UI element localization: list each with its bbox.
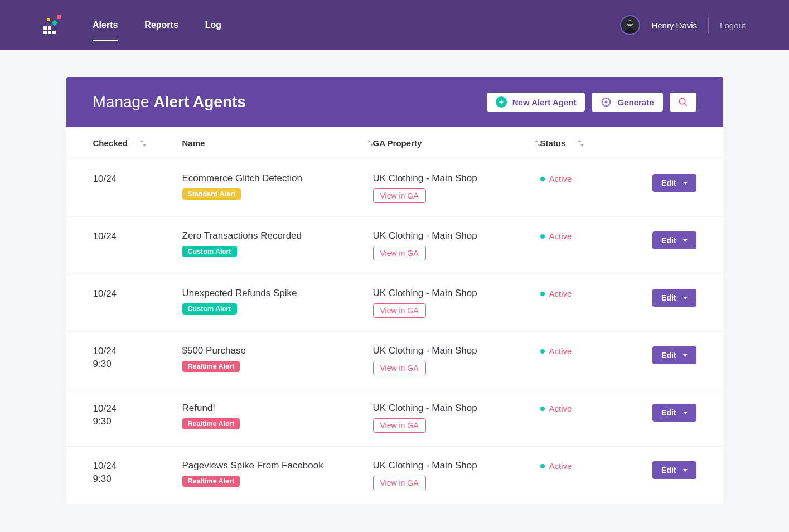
view-in-ga-button[interactable]: View in GA [373, 418, 426, 433]
col-checked[interactable]: Checked [93, 138, 182, 148]
name-cell: Unexpected Refunds SpikeCustom Alert [182, 288, 373, 315]
actions-cell: Edit [630, 460, 696, 479]
actions-cell: Edit [630, 230, 696, 249]
property-cell: UK Clothing - Main ShopView in GA [373, 173, 540, 203]
status-text: Active [549, 289, 572, 298]
nav-alerts[interactable]: Alerts [93, 0, 118, 50]
col-name-label: Name [182, 138, 205, 148]
alert-type-badge: Realtime Alert [182, 476, 240, 487]
edit-button[interactable]: Edit [652, 461, 696, 479]
actions-cell: Edit [630, 345, 696, 364]
svg-point-13 [679, 98, 685, 104]
panel-actions: + New Alert Agent Generate [487, 93, 696, 112]
status-text: Active [549, 174, 572, 183]
col-property[interactable]: GA Property [373, 138, 540, 148]
svg-rect-6 [57, 15, 61, 19]
edit-button[interactable]: Edit [652, 404, 696, 422]
sort-icon [140, 140, 146, 147]
alert-name: Pageviews Spike From Facebook [182, 460, 373, 471]
avatar[interactable] [620, 15, 640, 35]
view-in-ga-button[interactable]: View in GA [373, 361, 426, 375]
svg-rect-10 [627, 21, 633, 24]
status-cell: Active [540, 403, 630, 413]
col-status-label: Status [540, 138, 566, 148]
col-checked-label: Checked [93, 138, 128, 148]
logo[interactable] [43, 14, 66, 36]
status-text: Active [549, 231, 572, 241]
search-icon [678, 97, 688, 107]
property-name: UK Clothing - Main Shop [373, 345, 540, 356]
view-in-ga-button[interactable]: View in GA [373, 303, 426, 318]
edit-button[interactable]: Edit [652, 174, 696, 192]
svg-rect-5 [51, 20, 57, 26]
actions-cell: Edit [630, 173, 696, 192]
gear-icon [601, 96, 612, 108]
alert-name: $500 Purchase [182, 345, 373, 356]
topbar: Alerts Reports Log Henry Davis Logout [0, 0, 789, 50]
name-cell: $500 PurchaseRealtime Alert [182, 345, 373, 372]
actions-cell: Edit [630, 403, 696, 422]
view-in-ga-button[interactable]: View in GA [373, 246, 426, 260]
checked-cell: 10/24 [93, 173, 182, 186]
checked-cell: 10/24 [93, 288, 182, 301]
property-cell: UK Clothing - Main ShopView in GA [373, 288, 540, 318]
plus-icon: + [496, 96, 507, 108]
topbar-left: Alerts Reports Log [43, 0, 221, 50]
view-in-ga-button[interactable]: View in GA [373, 476, 426, 490]
username[interactable]: Henry Davis [651, 21, 697, 30]
status-dot-icon [540, 464, 545, 468]
svg-rect-4 [52, 31, 56, 34]
edit-button[interactable]: Edit [652, 346, 696, 364]
checked-cell: 10/249:30 [93, 403, 182, 428]
page-title: Manage Alert Agents [93, 93, 246, 111]
table-row: 10/249:30Pageviews Spike From FacebookRe… [66, 447, 723, 504]
col-name[interactable]: Name [182, 138, 373, 148]
table-row: 10/24Zero Transactions RecordedCustom Al… [66, 217, 723, 274]
logout-link[interactable]: Logout [720, 21, 746, 30]
alert-type-badge: Realtime Alert [182, 361, 240, 372]
edit-label: Edit [661, 178, 676, 187]
name-cell: Pageviews Spike From FacebookRealtime Al… [182, 460, 373, 487]
name-cell: Zero Transactions RecordedCustom Alert [182, 230, 373, 257]
generate-label: Generate [617, 98, 654, 107]
status-text: Active [549, 346, 572, 356]
alert-name: Ecommerce Glitch Detection [182, 173, 373, 184]
chevron-down-icon [683, 412, 688, 414]
status-cell: Active [540, 460, 630, 471]
svg-point-12 [605, 101, 608, 104]
edit-button[interactable]: Edit [652, 289, 696, 307]
status-cell: Active [540, 288, 630, 298]
property-cell: UK Clothing - Main ShopView in GA [373, 403, 540, 433]
property-cell: UK Clothing - Main ShopView in GA [373, 460, 540, 490]
status-cell: Active [540, 230, 630, 241]
property-name: UK Clothing - Main Shop [373, 288, 540, 299]
nav-reports[interactable]: Reports [144, 0, 178, 50]
actions-cell: Edit [630, 288, 696, 307]
search-button[interactable] [670, 93, 696, 112]
new-alert-button[interactable]: + New Alert Agent [487, 93, 585, 112]
view-in-ga-button[interactable]: View in GA [373, 188, 426, 203]
chevron-down-icon [683, 182, 688, 185]
nav-log[interactable]: Log [205, 0, 221, 50]
sort-icon [535, 140, 540, 147]
alert-type-badge: Realtime Alert [182, 418, 240, 429]
edit-button[interactable]: Edit [652, 231, 696, 249]
alert-name: Refund! [182, 403, 373, 414]
alert-type-badge: Custom Alert [182, 246, 237, 257]
checked-cell: 10/249:30 [93, 345, 182, 371]
svg-rect-1 [48, 26, 51, 30]
col-property-label: GA Property [373, 138, 422, 148]
status-dot-icon [540, 349, 545, 354]
col-actions [630, 138, 696, 148]
edit-label: Edit [661, 408, 676, 417]
property-name: UK Clothing - Main Shop [373, 403, 540, 414]
alert-name: Unexpected Refunds Spike [182, 288, 373, 299]
chevron-down-icon [683, 297, 688, 299]
generate-button[interactable]: Generate [592, 93, 662, 112]
alerts-table: Checked Name GA Property Status 10/24Eco… [66, 127, 723, 504]
svg-line-14 [684, 103, 687, 106]
col-status[interactable]: Status [540, 138, 630, 148]
status-text: Active [549, 461, 572, 471]
table-row: 10/24Unexpected Refunds SpikeCustom Aler… [66, 274, 723, 332]
property-name: UK Clothing - Main Shop [373, 230, 540, 241]
